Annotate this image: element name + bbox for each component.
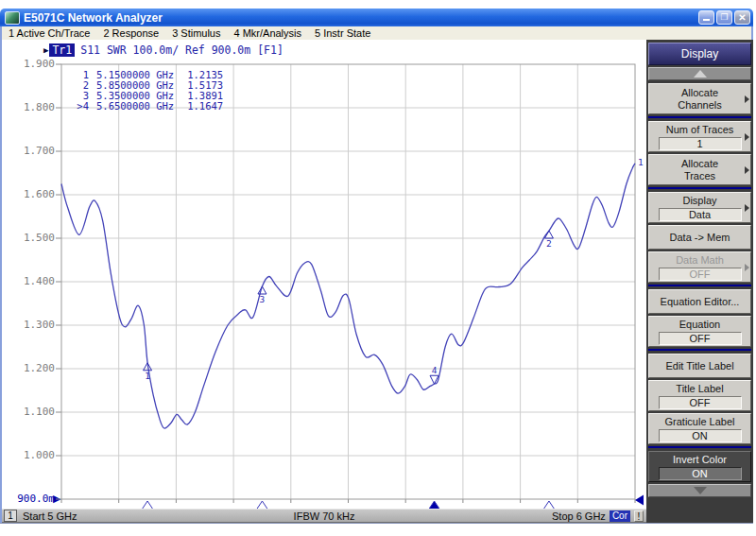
- menu-bar: 1 Active Ch/Trace2 Response3 Stimulus4 M…: [0, 26, 753, 40]
- trace-end-number: 1: [638, 157, 644, 167]
- sweep-edge-arrow-icon: [635, 495, 644, 506]
- softkey-label: Equation Editor...: [661, 296, 740, 308]
- marker-readout-table: 15.1500000 GHz1.213525.8500000 GHz1.5173…: [74, 70, 223, 112]
- window-titlebar[interactable]: E5071C Network Analyzer ❐ ✕: [0, 9, 753, 26]
- menu-item-2-response[interactable]: 2 Response: [96, 27, 165, 39]
- softkey-value: OFF: [659, 268, 742, 281]
- plot-area: ▶ Tr1 S11 SWR 100.0m/ Ref 900.0m [F1] 1.…: [2, 40, 646, 509]
- softkey-group-separator: [648, 349, 751, 351]
- app-icon: [5, 11, 20, 25]
- start-frequency-label: Start 5 GHz: [23, 510, 77, 522]
- softkey-label: Num of Traces: [666, 124, 734, 136]
- softkey-label: Equation: [679, 319, 720, 331]
- submenu-arrow-icon: [745, 133, 749, 141]
- submenu-arrow-icon: [745, 166, 749, 174]
- softkey-sidebar: DisplayAllocateChannelsNum of Traces1All…: [646, 40, 753, 523]
- softkey-label: Graticule Label: [665, 416, 735, 428]
- softkey-edit-title-label[interactable]: Edit Title Label: [648, 354, 751, 378]
- svg-text:4: 4: [432, 365, 438, 375]
- window-title: E5071C Network Analyzer: [24, 11, 698, 25]
- minimize-button[interactable]: [698, 10, 714, 25]
- y-axis-label: 1.000: [2, 449, 55, 462]
- y-axis-label: 1.600: [2, 188, 55, 201]
- submenu-arrow-icon: [745, 204, 749, 212]
- y-axis-label: 1.300: [2, 319, 55, 332]
- y-axis-label: 1.900: [2, 58, 55, 71]
- up-arrow-icon: [694, 70, 707, 78]
- softkey-value: ON: [659, 429, 742, 442]
- trace-badge[interactable]: Tr1: [49, 43, 75, 57]
- marker-2-glyph[interactable]: 2: [544, 231, 553, 249]
- softkey-title-label[interactable]: Title LabelOFF: [648, 380, 751, 411]
- restore-icon: ❐: [720, 13, 728, 22]
- alert-badge[interactable]: !: [634, 510, 644, 522]
- graticule: [56, 64, 635, 503]
- marker-readout-row: >45.6500000 GHz1.1647: [74, 101, 223, 112]
- stop-frequency-label: Stop 6 GHz: [552, 510, 606, 522]
- active-trace-pointer-icon: ▶: [43, 45, 48, 55]
- window-controls: ❐ ✕: [698, 10, 750, 25]
- softkey-label: Display: [682, 195, 716, 207]
- restore-button[interactable]: ❐: [716, 10, 732, 25]
- marker-value: 1.1647: [187, 101, 223, 112]
- menu-item-5-instr-state[interactable]: 5 Instr State: [308, 27, 377, 39]
- softkey-display[interactable]: DisplayData: [648, 192, 751, 223]
- softkey-label: Data Math: [676, 254, 724, 267]
- marker-number: >4: [74, 101, 89, 112]
- minimize-icon: [703, 19, 710, 21]
- status-right-group: Stop 6 GHz Cor !: [552, 510, 644, 522]
- y-axis-label: 1.700: [2, 145, 55, 158]
- ifbw-label: IFBW 70 kHz: [294, 510, 355, 522]
- submenu-arrow-icon: [745, 264, 749, 271]
- status-bar: 1 Start 5 GHz IFBW 70 kHz Stop 6 GHz Cor…: [2, 509, 646, 523]
- marker-3-glyph[interactable]: 3: [258, 286, 266, 304]
- channel-indicator: 1: [4, 510, 17, 522]
- softkey-group-separator: [648, 285, 751, 286]
- softkey-value: Data: [659, 208, 742, 221]
- softkey-scroll-up-button[interactable]: [648, 67, 751, 80]
- softkey-group-separator: [648, 446, 751, 448]
- correction-badge: Cor: [610, 510, 630, 522]
- softkey-label: Allocate: [681, 87, 718, 99]
- softkey-allocate-channels[interactable]: AllocateChannels: [648, 83, 751, 114]
- trace-settings-text: S11 SWR 100.0m/ Ref 900.0m [F1]: [80, 43, 284, 57]
- submenu-arrow-icon: [745, 95, 749, 103]
- down-arrow-icon: [694, 487, 707, 494]
- menu-item-3-stimulus[interactable]: 3 Stimulus: [165, 27, 227, 39]
- softkey-data-math[interactable]: Data MathOFF: [648, 251, 751, 283]
- softkey-invert-color[interactable]: Invert ColorON: [648, 451, 751, 482]
- swr-chart: 12341: [56, 64, 647, 522]
- softkey-label: Traces: [684, 170, 715, 182]
- softkey-graticule-label[interactable]: Graticule LabelON: [648, 413, 751, 444]
- softkey-scroll-down-button[interactable]: [648, 484, 751, 497]
- y-axis-label: 1.400: [2, 275, 55, 288]
- softkey-label: Allocate: [681, 158, 718, 170]
- y-axis-label: 1.500: [2, 232, 55, 245]
- y-axis-label: 900.0m: [2, 493, 55, 506]
- softkey-equation-editor[interactable]: Equation Editor...: [648, 289, 751, 314]
- softkey-label: Title Label: [676, 383, 723, 395]
- trace-header: ▶ Tr1 S11 SWR 100.0m/ Ref 900.0m [F1]: [43, 43, 284, 57]
- softkey-label: Channels: [678, 99, 721, 112]
- close-icon: ✕: [738, 13, 746, 23]
- softkey-label: Edit Title Label: [665, 360, 733, 372]
- menu-item-1-active-ch-trace[interactable]: 1 Active Ch/Trace: [2, 27, 96, 39]
- softkey-allocate-traces[interactable]: AllocateTraces: [648, 154, 751, 185]
- y-axis-label: 1.200: [2, 362, 55, 375]
- softkey-value: OFF: [659, 396, 742, 409]
- softkey-data-mem[interactable]: Data -> Mem: [648, 225, 751, 250]
- softkey-label: Invert Color: [673, 454, 727, 466]
- svg-text:2: 2: [546, 238, 552, 249]
- softkey-equation[interactable]: EquationOFF: [648, 316, 751, 347]
- softkey-group-separator: [648, 116, 751, 118]
- softkey-value: OFF: [659, 332, 742, 345]
- menu-item-4-mkr-analysis[interactable]: 4 Mkr/Analysis: [227, 27, 308, 39]
- svg-text:3: 3: [260, 294, 266, 304]
- close-button[interactable]: ✕: [734, 10, 750, 25]
- marker-frequency: 5.6500000 GHz: [96, 101, 174, 112]
- window-border-bottom: [0, 523, 753, 524]
- y-axis-label: 1.800: [2, 101, 55, 114]
- softkey-num-of-traces[interactable]: Num of Traces1: [648, 121, 751, 152]
- softkey-label: Data -> Mem: [670, 232, 730, 244]
- y-axis-label: 1.100: [2, 406, 55, 419]
